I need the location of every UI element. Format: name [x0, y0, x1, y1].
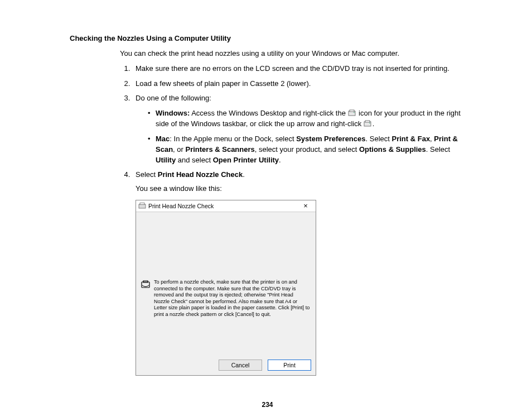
svg-point-2 [354, 112, 355, 113]
dialog-title: Print Head Nozzle Check [148, 202, 298, 210]
mac-b6: Utility [156, 156, 176, 164]
svg-rect-1 [350, 110, 354, 112]
svg-rect-6 [139, 204, 146, 208]
mac-t4: , or [173, 145, 185, 154]
step-3-text: Do one of the following: [136, 94, 211, 102]
s4b: Print Head Nozzle Check [158, 170, 243, 179]
mac-t6: . Select [426, 145, 450, 154]
mac-t5: , select your product, and select [255, 145, 359, 154]
mac-label: Mac [156, 135, 170, 143]
mac-b5: Options & Supplies [359, 145, 426, 154]
printer-tray-icon [348, 109, 357, 117]
dialog-titlebar: Print Head Nozzle Check × [136, 200, 316, 212]
s4a: Select [136, 170, 158, 179]
windows-label: Windows: [156, 109, 190, 117]
mac-t2: . Select [366, 135, 392, 143]
svg-rect-7 [140, 203, 144, 205]
page-number: 234 [70, 400, 465, 410]
section-heading: Checking the Nozzles Using a Computer Ut… [70, 33, 465, 44]
mac-t8: . [279, 156, 281, 164]
substep-mac: Mac: In the Apple menu or the Dock, sele… [148, 134, 465, 166]
s4-after: You see a window like this: [136, 184, 465, 194]
step-1: Make sure there are no errors on the LCD… [132, 64, 465, 74]
steps-list: Make sure there are no errors on the LCD… [120, 64, 465, 376]
mac-b7: Open Printer Utility [213, 156, 279, 164]
substep-windows: Windows: Access the Windows Desktop and … [148, 108, 465, 130]
mac-t7: and select [176, 156, 213, 164]
cancel-button[interactable]: Cancel [219, 360, 262, 371]
svg-point-5 [369, 123, 370, 124]
mac-b2: Print & Fax [391, 135, 430, 143]
print-button[interactable]: Print [268, 360, 311, 371]
win-t3: . [373, 119, 375, 128]
dialog-button-row: Cancel Print [136, 356, 316, 375]
win-t1: Access the Windows Desktop and right-cli… [190, 109, 347, 117]
close-icon[interactable]: × [298, 201, 313, 211]
s4c: . [243, 170, 245, 179]
mac-t1: : In the Apple menu or the Dock, select [170, 135, 296, 143]
dialog-app-icon [138, 202, 146, 210]
dialog-info-text: To perform a nozzle check, make sure tha… [154, 279, 310, 318]
mac-b4: Printers & Scanners [185, 145, 254, 154]
step-3: Do one of the following: Windows: Access… [132, 93, 465, 165]
mac-b1: System Preferences [296, 135, 365, 143]
intro-text: You can check the print head nozzles usi… [120, 49, 465, 59]
svg-rect-4 [365, 121, 370, 122]
step-2: Load a few sheets of plain paper in Cass… [132, 79, 465, 89]
printer-tray-icon-2 [364, 120, 373, 128]
nozzle-info-icon [141, 280, 151, 318]
step-4: Select Print Head Nozzle Check. You see … [132, 170, 465, 376]
dialog-body: To perform a nozzle check, make sure tha… [136, 212, 316, 356]
nozzle-check-dialog: Print Head Nozzle Check × To perform a n… [136, 200, 316, 376]
